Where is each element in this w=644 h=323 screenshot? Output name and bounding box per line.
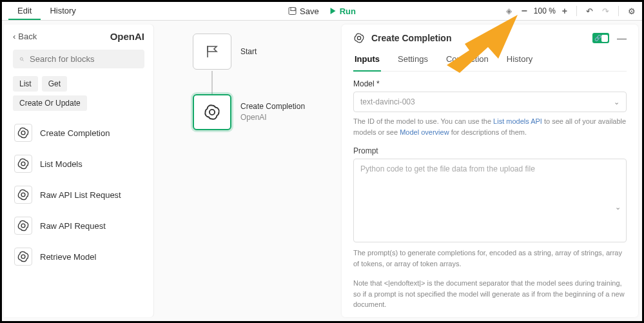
node-create-completion-sub: OpenAI [240,112,305,123]
openai-icon [14,248,32,266]
details-panel: Create Completion 🔗 — Inputs Settings Co… [342,24,638,317]
block-label: Create Completion [40,128,110,138]
block-label: Raw API List Request [40,190,121,200]
link-list-models-api[interactable]: List models API [493,117,542,125]
filter-get[interactable]: Get [42,76,67,92]
openai-icon [353,32,365,44]
tab-connection[interactable]: Connection [445,52,490,71]
link-model-overview[interactable]: Model overview [400,128,449,136]
svg-point-2 [21,131,25,135]
node-create-completion-box[interactable] [193,94,231,130]
node-create-completion-label: Create Completion [240,101,305,112]
block-raw-api-request[interactable]: Raw API Request [13,213,144,239]
svg-point-6 [21,255,25,259]
flag-icon [204,44,220,59]
model-label: Model * [353,79,627,88]
run-label: Run [340,6,356,16]
chevron-left-icon: ‹ [13,32,15,41]
zoom-in-button[interactable]: + [562,6,567,16]
save-label: Save [300,6,319,16]
prompt-help-2: Note that <|endoftext|> is the document … [353,278,627,310]
search-input[interactable] [30,54,138,64]
search-box[interactable] [13,50,144,68]
svg-point-4 [21,193,25,197]
top-tab-history[interactable]: History [41,2,84,20]
settings-icon[interactable]: ⚙ [628,6,636,16]
connector [211,71,213,94]
svg-point-0 [20,57,23,60]
svg-point-8 [210,110,215,115]
chevron-down-icon: ⌄ [615,203,621,211]
search-icon [19,55,24,64]
block-retrieve-model[interactable]: Retrieve Model [13,244,144,269]
block-label: List Models [40,159,83,169]
prompt-label: Prompt [353,146,627,155]
target-icon[interactable]: ◈ [506,6,512,15]
sidebar-title: OpenAI [110,31,144,42]
workflow-canvas[interactable]: Start Create Completion OpenAI [154,21,342,321]
svg-point-5 [21,224,25,228]
tab-inputs[interactable]: Inputs [353,52,381,72]
block-raw-api-list-request[interactable]: Raw API List Request [13,182,144,208]
link-toggle[interactable]: 🔗 [592,33,609,43]
filter-list[interactable]: List [13,76,38,92]
block-label: Raw API Request [40,221,106,231]
minimize-button[interactable]: — [617,33,627,44]
model-help: The ID of the model to use. You can use … [353,116,627,137]
block-label: Retrieve Model [40,252,96,262]
details-title: Create Completion [371,33,451,43]
run-button[interactable]: Run [331,6,356,16]
openai-icon [14,217,32,235]
filter-create-or-update[interactable]: Create Or Update [13,95,87,111]
top-tab-edit[interactable]: Edit [8,2,41,20]
svg-line-1 [23,59,24,61]
tab-settings[interactable]: Settings [396,52,429,71]
zoom-value: 100 % [534,6,556,15]
redo-button[interactable]: ↷ [602,6,609,16]
openai-icon [14,124,32,142]
block-list-models[interactable]: List Models [13,151,144,177]
openai-icon [14,155,32,173]
play-icon [331,8,336,14]
save-button[interactable]: Save [288,6,319,16]
link-icon: 🔗 [594,35,601,41]
tab-history[interactable]: History [505,52,534,71]
svg-point-3 [21,162,25,166]
model-value: text-davinci-003 [360,97,415,106]
openai-icon [203,103,221,121]
save-icon [288,7,296,15]
node-create-completion[interactable]: Create Completion OpenAI [193,94,305,130]
zoom-out-button[interactable]: − [521,5,527,17]
prompt-help-1: The prompt(s) to generate completions fo… [353,248,627,269]
prompt-placeholder: Python code to get the file data from th… [360,164,535,173]
sidebar: ‹ Back OpenAI List Get Create Or Update … [4,24,154,317]
undo-button[interactable]: ↶ [586,6,593,16]
node-start[interactable]: Start [193,34,257,70]
node-start-label: Start [240,46,257,57]
back-button[interactable]: ‹ Back [13,32,37,41]
openai-icon [14,186,32,204]
svg-point-9 [357,36,360,39]
chevron-down-icon: ⌄ [614,98,620,106]
model-select[interactable]: text-davinci-003 ⌄ [353,92,627,112]
block-create-completion[interactable]: Create Completion [13,120,144,146]
prompt-textarea[interactable]: Python code to get the file data from th… [353,159,627,242]
back-label: Back [18,32,37,41]
node-start-box[interactable] [193,34,231,70]
